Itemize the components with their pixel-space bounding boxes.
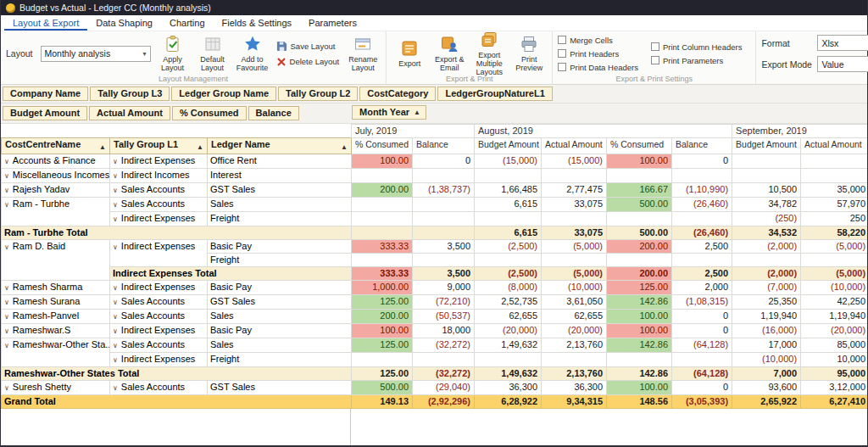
- value-header-balance-jul[interactable]: Balance: [413, 138, 475, 154]
- chevron-down-icon[interactable]: ∨: [4, 187, 9, 194]
- tab-charting[interactable]: Charting: [161, 15, 214, 31]
- checkbox-box-icon: [558, 63, 566, 71]
- value-header-balance-aug[interactable]: Balance: [672, 138, 732, 154]
- tally-group-cell[interactable]: ∨Indirect Expenses: [110, 281, 208, 295]
- cost-centre-cell[interactable]: ∨Accounts & Finance: [2, 154, 110, 169]
- chevron-down-icon[interactable]: ∨: [113, 172, 118, 180]
- cost-centre-cell[interactable]: ∨Rameshwar.S: [2, 324, 110, 338]
- tally-group-cell[interactable]: ∨Indirect Expenses: [110, 324, 208, 338]
- chevron-down-icon[interactable]: ∨: [4, 384, 9, 392]
- checkbox-print-column-headers[interactable]: Print Column Headers: [651, 42, 742, 52]
- ledger-name-cell: Basic Pay: [208, 240, 352, 254]
- checkbox-merge-cells[interactable]: Merge Cells: [558, 36, 638, 45]
- chevron-down-icon[interactable]: ∨: [4, 299, 9, 306]
- default-layout-button[interactable]: Default Layout: [195, 35, 231, 72]
- field-chip-month-year[interactable]: Month Year ▲: [352, 105, 426, 120]
- field-chip-ledgergroupnaturel1[interactable]: LedgerGroupNatureL1: [437, 87, 552, 101]
- tally-group-cell[interactable]: ∨Indirect Expenses: [110, 240, 208, 267]
- print-preview-button[interactable]: Print Preview: [511, 35, 547, 72]
- checkbox-print-parameters[interactable]: Print Parameters: [651, 56, 742, 65]
- field-chip-actual-amount[interactable]: Actual Amount: [89, 106, 170, 120]
- month-header-july-2019[interactable]: July, 2019: [352, 125, 475, 138]
- tally-group-cell[interactable]: ∨Sales Accounts: [110, 198, 208, 212]
- tally-group-cell[interactable]: ∨Indirect Expenses: [110, 353, 208, 367]
- chevron-down-icon[interactable]: ∨: [113, 299, 118, 306]
- chevron-down-icon[interactable]: ∨: [113, 327, 118, 335]
- value-header-budget-amount-aug[interactable]: Budget Amount: [475, 138, 542, 154]
- field-chip-company-name[interactable]: Company Name: [3, 87, 88, 101]
- cost-centre-cell[interactable]: ∨Rajesh Yadav: [2, 183, 110, 198]
- tally-group-cell[interactable]: ∨Sales Accounts: [110, 310, 208, 324]
- chevron-down-icon[interactable]: ∨: [113, 313, 118, 321]
- chevron-down-icon[interactable]: ∨: [113, 187, 118, 194]
- chevron-down-icon[interactable]: ∨: [113, 243, 118, 251]
- tally-group-cell[interactable]: ∨Sales Accounts: [110, 381, 208, 395]
- cost-centre-cell[interactable]: ∨Ramesh-Panvel: [2, 310, 110, 324]
- value-header-budget-amount-sep[interactable]: Budget Amount: [732, 138, 801, 154]
- value-header-actual-amount-aug[interactable]: Actual Amount: [542, 138, 607, 154]
- value-header-percent-consumed-aug[interactable]: % Consumed: [607, 138, 672, 154]
- add-to-favourite-button[interactable]: Add to Favourite: [235, 35, 270, 72]
- layout-select[interactable]: Monthly analysis ▾: [41, 46, 151, 62]
- field-chip-balance[interactable]: Balance: [248, 106, 299, 120]
- value-cell: 6,615: [475, 226, 542, 240]
- month-header-august-2019[interactable]: August, 2019: [475, 125, 732, 138]
- export-multiple-layouts-label: Export Multiple Layouts: [471, 51, 507, 76]
- cost-centre-cell[interactable]: ∨Ram - Turbhe: [2, 198, 110, 226]
- tab-data-shaping[interactable]: Data Shaping: [87, 15, 161, 31]
- chevron-down-icon[interactable]: ∨: [113, 215, 118, 223]
- tab-layout-export[interactable]: Layout & Export: [4, 15, 87, 31]
- field-chip-ledger-group-name[interactable]: Ledger Group Name: [171, 87, 276, 101]
- export-button[interactable]: Export: [392, 39, 427, 68]
- cost-centre-cell[interactable]: ∨Ramesh Sharma: [2, 281, 110, 295]
- tally-group-cell[interactable]: ∨Indirect Expenses: [110, 154, 208, 169]
- export-multiple-layouts-button[interactable]: Export Multiple Layouts: [471, 31, 507, 76]
- chevron-down-icon[interactable]: ∨: [113, 284, 118, 292]
- format-select[interactable]: Xlsx ▾: [817, 35, 868, 51]
- delete-layout-button[interactable]: Delete Layout: [276, 57, 340, 67]
- row-field-ledger-name[interactable]: ▲Ledger Name: [208, 138, 352, 154]
- tab-fields-settings[interactable]: Fields & Settings: [214, 15, 301, 31]
- row-field-costcentrename[interactable]: ▲CostCentreName: [2, 138, 110, 154]
- tally-group-cell[interactable]: ∨Sales Accounts: [110, 295, 208, 310]
- cost-centre-cell[interactable]: ∨Ramesh Surana: [2, 295, 110, 310]
- cost-centre-cell[interactable]: ∨Suresh Shetty: [2, 381, 110, 395]
- tally-group-cell[interactable]: ∨Indirect Incomes: [110, 169, 208, 183]
- chevron-down-icon[interactable]: ∨: [4, 172, 9, 180]
- chevron-down-icon[interactable]: ∨: [4, 284, 9, 292]
- apply-layout-button[interactable]: Apply Layout: [155, 35, 191, 72]
- chevron-down-icon[interactable]: ∨: [113, 201, 118, 209]
- chevron-down-icon[interactable]: ∨: [113, 384, 118, 392]
- field-chip-consumed[interactable]: % Consumed: [172, 106, 247, 120]
- chevron-down-icon[interactable]: ∨: [113, 158, 118, 165]
- chevron-down-icon[interactable]: ∨: [4, 313, 9, 321]
- chevron-down-icon[interactable]: ∨: [4, 158, 9, 165]
- row-field-tally-group-l1[interactable]: ▲Tally Group L1: [110, 138, 208, 154]
- export-mode-select[interactable]: Value ▾: [817, 56, 868, 72]
- chevron-down-icon[interactable]: ∨: [4, 342, 9, 349]
- save-layout-button[interactable]: Save Layout: [276, 41, 340, 52]
- tally-group-cell[interactable]: ∨Indirect Expenses: [110, 212, 208, 226]
- chevron-down-icon[interactable]: ∨: [113, 342, 118, 349]
- checkbox-print-data-headers[interactable]: Print Data Headers: [558, 63, 638, 72]
- checkbox-print-headers[interactable]: Print Headers: [558, 49, 638, 59]
- cost-centre-cell[interactable]: ∨Ram D. Baid: [2, 240, 110, 281]
- field-chip-budget-amount[interactable]: Budget Amount: [3, 106, 87, 120]
- field-chip-costcategory[interactable]: CostCategory: [359, 87, 436, 101]
- tab-parameters[interactable]: Parameters: [300, 15, 365, 31]
- export-email-button[interactable]: Export & Email: [431, 35, 467, 72]
- chevron-down-icon[interactable]: ∨: [113, 356, 118, 364]
- tally-group-cell[interactable]: ∨Sales Accounts: [110, 338, 208, 353]
- rename-layout-button[interactable]: Rename Layout: [345, 35, 381, 72]
- field-chip-tally-group-l2[interactable]: Tally Group L2: [278, 87, 358, 101]
- cost-centre-cell[interactable]: ∨Rameshwar-Other Sta...: [2, 338, 110, 367]
- chevron-down-icon[interactable]: ∨: [4, 327, 9, 335]
- chevron-down-icon[interactable]: ∨: [4, 243, 9, 251]
- tally-group-cell[interactable]: ∨Sales Accounts: [110, 183, 208, 198]
- value-header-percent-consumed-jul[interactable]: % Consumed: [352, 138, 413, 154]
- month-header-september-2019[interactable]: September, 2019: [732, 125, 867, 138]
- cost-centre-cell[interactable]: ∨Miscellaneous Incomes: [2, 169, 110, 183]
- chevron-down-icon[interactable]: ∨: [4, 201, 9, 209]
- value-header-actual-amount-sep[interactable]: Actual Amount: [801, 138, 867, 154]
- field-chip-tally-group-l3[interactable]: Tally Group L3: [90, 87, 170, 101]
